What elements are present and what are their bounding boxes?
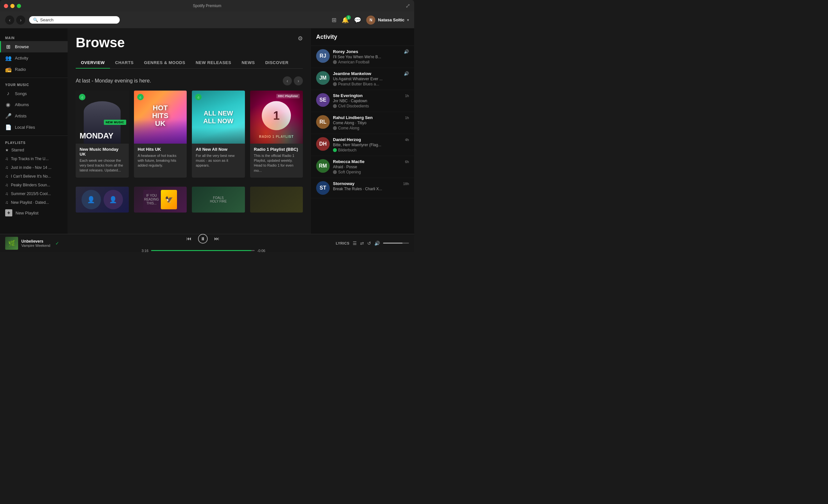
activity-user-rahul: Rahul Lindberg Sen 1h (333, 115, 409, 120)
lyrics-button[interactable]: LYRICS (336, 241, 349, 245)
activity-user-stornoway: Stornoway 18h (333, 181, 409, 186)
playlist-item-starred[interactable]: ★ Starred (0, 146, 68, 154)
close-button[interactable] (4, 4, 8, 8)
card-new-music-monday[interactable]: ♫ NEW MUSIC MONDAY New Music Monday UK E… (76, 91, 129, 178)
activity-item-rebecca[interactable]: RM Rebecca Macfie 6h Afraid · Posse Soft… (311, 156, 414, 178)
back-button[interactable]: ‹ (5, 15, 14, 25)
forward-button[interactable]: › (16, 15, 25, 25)
playlist-item-top-tracks[interactable]: ♫ Top Tracks in The U... (0, 154, 68, 163)
tab-new-releases[interactable]: NEW RELEASES (191, 57, 237, 68)
tab-genres[interactable]: GENRES & MOODS (139, 57, 191, 68)
sidebar-item-albums[interactable]: ◉ Albums (0, 99, 68, 110)
artist-dot-rahul (333, 126, 337, 130)
activity-item-daniel[interactable]: DH Daniel Herzog 4h Bitte, Herr Maertyre… (311, 134, 414, 156)
activity-item-jeantine[interactable]: JM Jeantine Mankelow 🔊 Us Against Whatev… (311, 68, 414, 90)
sidebar-item-local-files[interactable]: 📄 Local Files (0, 122, 68, 133)
albums-icon: ◉ (5, 101, 11, 108)
track-daniel: Bitte, Herr Maertyrer (Flag... (333, 143, 409, 147)
playlist-label-cant-believe: I Can't Believe It's No... (11, 174, 51, 178)
sidebar-item-radio[interactable]: 📻 Radio (0, 64, 68, 75)
time-ste: 1h (405, 94, 409, 98)
activity-item-stornoway[interactable]: ST Stornoway 18h Break The Rules · Charl… (311, 178, 414, 198)
note-icon-2: ♫ (5, 165, 8, 170)
activity-item-rorey-jones[interactable]: RJ Rorey Jones 🔊 I'll See You When We're… (311, 46, 414, 68)
volume-icon-jeantine: 🔊 (404, 71, 409, 76)
user-profile[interactable]: N Natasa Soltic ▾ (366, 15, 409, 25)
activity-details-rebecca: Rebecca Macfie 6h Afraid · Posse Soft Op… (333, 159, 409, 174)
playlist-item-peaky[interactable]: ♫ Peaky Blinders Soun... (0, 180, 68, 189)
page-title: Browse (76, 35, 303, 50)
partial-card-4[interactable] (250, 187, 303, 213)
sidebar-item-activity[interactable]: 👥 Activity (0, 52, 68, 64)
sidebar-divider-2 (0, 135, 68, 136)
activity-item-ste[interactable]: SE Ste Everington 1h Jnr NBC · Capdown C… (311, 90, 414, 112)
player-buttons: ⏮ ⏸ ⏭ (187, 234, 219, 244)
star-icon: ★ (5, 148, 9, 152)
volume-slider[interactable] (383, 243, 409, 244)
card-radio-1[interactable]: BBC Playlister 1 RADIO 1 PLAYLIST Radio … (250, 91, 303, 178)
activity-user-ste: Ste Everington 1h (333, 93, 409, 98)
activity-item-rahul[interactable]: RL Rahul Lindberg Sen 1h Come Along · Ti… (311, 112, 414, 134)
card-3-title: All New All Now (196, 147, 241, 152)
spotify-logo-3: ♫ (195, 94, 202, 100)
partial-card-1[interactable]: 👤 👤 (76, 187, 129, 213)
top-nav: ‹ › 🔍 ⊞ 🔔 1 💬 N Natasa Soltic ▾ (0, 12, 414, 29)
skip-forward-button[interactable]: ⏭ (214, 236, 219, 242)
notifications-icon[interactable]: 🔔 1 (342, 16, 349, 24)
card-all-new-all-now[interactable]: ♫ ALL NEWALL NOW All New All Now For all… (192, 91, 245, 178)
partial-card-3[interactable]: FOALSHOLY FIRE (192, 187, 245, 213)
partial-cards-row: 👤 👤 IF YOUREADINGTHIS... 🦅 FOALSHOLY FIR… (76, 187, 303, 213)
avatar-daniel: DH (316, 137, 330, 151)
skip-back-button[interactable]: ⏮ (187, 236, 192, 242)
tab-charts[interactable]: CHARTS (110, 57, 139, 68)
search-input[interactable] (40, 17, 111, 22)
tab-overview[interactable]: OVERVIEW (76, 57, 110, 68)
grid-icon[interactable]: ⊞ (332, 16, 336, 24)
queue-icon[interactable]: ☰ (353, 241, 357, 246)
card-4-title: Radio 1 Playlist (BBC) (254, 147, 299, 152)
sidebar-divider-1 (0, 78, 68, 78)
artist-daniel: Bilderbuch (333, 148, 409, 152)
player-time-remaining: -0:06 (257, 249, 267, 252)
pause-button[interactable]: ⏸ (198, 234, 208, 244)
card-hot-hits-uk[interactable]: ♫ HOT HITSUK Hot Hits UK A heatwave of h… (134, 91, 187, 178)
activity-details-ste: Ste Everington 1h Jnr NBC · Capdown Civi… (333, 93, 409, 109)
playlist-label-just-in-indie: Just in indie - Nov 14 ... (11, 165, 51, 170)
hot-hits-text: HOT HITSUK (147, 104, 173, 128)
tab-news[interactable]: NEWS (237, 57, 260, 68)
activity-details-daniel: Daniel Herzog 4h Bitte, Herr Maertyrer (… (333, 137, 409, 152)
playlist-item-summer[interactable]: ♫ Summer 2015/5 Cool... (0, 189, 68, 198)
partial-card-2[interactable]: IF YOUREADINGTHIS... 🦅 (134, 187, 187, 213)
shuffle-icon[interactable]: ⇄ (360, 241, 364, 246)
maximize-button[interactable] (17, 4, 21, 8)
player-artist-name: Vampire Weekend (22, 244, 50, 248)
playlist-item-just-in-indie[interactable]: ♫ Just in indie - Nov 14 ... (0, 163, 68, 172)
new-playlist-button[interactable]: + New Playlist (0, 207, 68, 219)
section-next-button[interactable]: › (294, 76, 303, 85)
search-bar[interactable]: 🔍 (29, 16, 120, 24)
minimize-button[interactable] (10, 4, 14, 8)
repeat-icon[interactable]: ↺ (367, 241, 371, 246)
bbc-label: BBC Playlister (276, 94, 300, 98)
card-1-title: New Music Monday UK (80, 147, 125, 157)
message-icon[interactable]: 💬 (354, 16, 361, 24)
username-rorey: Rorey Jones (333, 49, 358, 54)
sidebar-label-activity: Activity (15, 56, 28, 60)
volume-icon[interactable]: 🔊 (374, 241, 380, 246)
card-2-title: Hot Hits UK (138, 147, 183, 152)
sidebar-item-browse[interactable]: ⊞ Browse (0, 41, 68, 52)
progress-bar[interactable] (151, 250, 255, 251)
playlist-item-new-playlist-2[interactable]: ♫ New Playlist · Dated... (0, 198, 68, 207)
app-title: Spotify Premium (193, 4, 221, 8)
sidebar-item-songs[interactable]: ♪ Songs (0, 88, 68, 99)
player-album-art: 🌿 (5, 237, 18, 250)
section-prev-button[interactable]: ‹ (283, 76, 292, 85)
sidebar-item-artists[interactable]: 🎤 Artists (0, 110, 68, 122)
playlist-item-cant-believe[interactable]: ♫ I Can't Believe It's No... (0, 172, 68, 180)
card-2-desc: A heatwave of hot tracks with future, br… (138, 153, 183, 168)
artist-ste: Civil Disobedients (333, 104, 409, 109)
tab-discover[interactable]: DISCOVER (260, 57, 294, 68)
time-rahul: 1h (405, 116, 409, 120)
username-jeantine: Jeantine Mankelow (333, 71, 371, 76)
settings-icon[interactable]: ⚙ (298, 35, 303, 42)
